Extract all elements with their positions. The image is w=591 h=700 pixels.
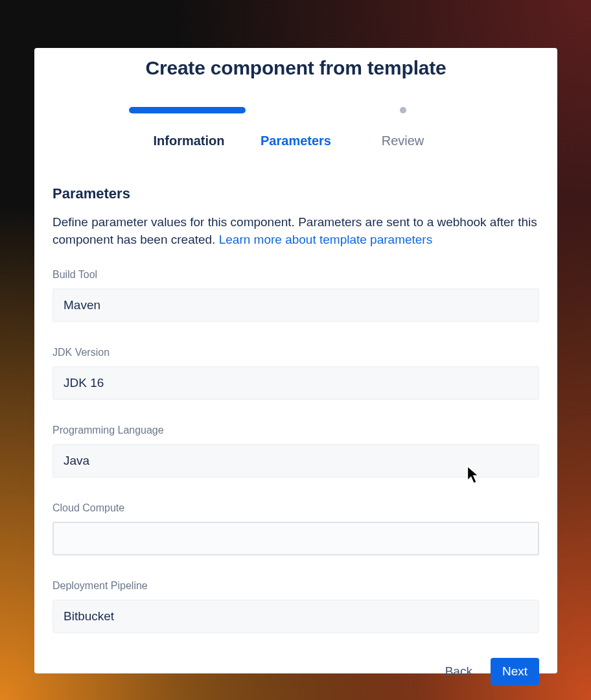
field-label: Programming Language bbox=[52, 425, 539, 436]
section-title: Parameters bbox=[52, 185, 539, 202]
progress-bar-segment bbox=[129, 107, 246, 113]
create-component-modal: Create component from template Informati… bbox=[34, 48, 557, 673]
form-content: Parameters Define parameter values for t… bbox=[34, 185, 557, 633]
field-cloud-compute: Cloud Compute bbox=[52, 502, 539, 555]
field-jdk-version: JDK Version bbox=[52, 347, 539, 400]
programming-language-input[interactable] bbox=[52, 444, 539, 478]
step-information[interactable]: Information bbox=[135, 106, 242, 148]
field-label: Deployment Pipeline bbox=[52, 580, 539, 592]
modal-title: Create component from template bbox=[34, 57, 557, 79]
back-button[interactable]: Back bbox=[443, 659, 475, 684]
field-label: Cloud Compute bbox=[52, 502, 539, 514]
step-label: Parameters bbox=[261, 134, 331, 148]
cloud-compute-input[interactable] bbox=[52, 522, 539, 555]
field-programming-language: Programming Language bbox=[52, 425, 539, 478]
section-description: Define parameter values for this compone… bbox=[52, 214, 539, 248]
step-label: Review bbox=[382, 134, 424, 148]
field-deployment-pipeline: Deployment Pipeline bbox=[52, 580, 539, 633]
next-button[interactable]: Next bbox=[491, 658, 539, 685]
deployment-pipeline-input[interactable] bbox=[52, 600, 539, 633]
field-label: JDK Version bbox=[52, 347, 539, 358]
step-label: Information bbox=[154, 134, 225, 148]
field-build-tool: Build Tool bbox=[52, 269, 539, 322]
step-parameters[interactable]: Parameters bbox=[242, 106, 349, 148]
build-tool-input[interactable] bbox=[52, 288, 539, 322]
button-row: Back Next bbox=[34, 658, 557, 685]
jdk-version-input[interactable] bbox=[52, 366, 539, 400]
wizard-stepper: Information Parameters Review bbox=[34, 106, 557, 148]
progress-dot bbox=[400, 107, 406, 113]
field-label: Build Tool bbox=[52, 269, 539, 281]
step-review[interactable]: Review bbox=[349, 106, 456, 148]
modal-header: Create component from template bbox=[34, 48, 557, 79]
learn-more-link[interactable]: Learn more about template parameters bbox=[219, 233, 433, 246]
